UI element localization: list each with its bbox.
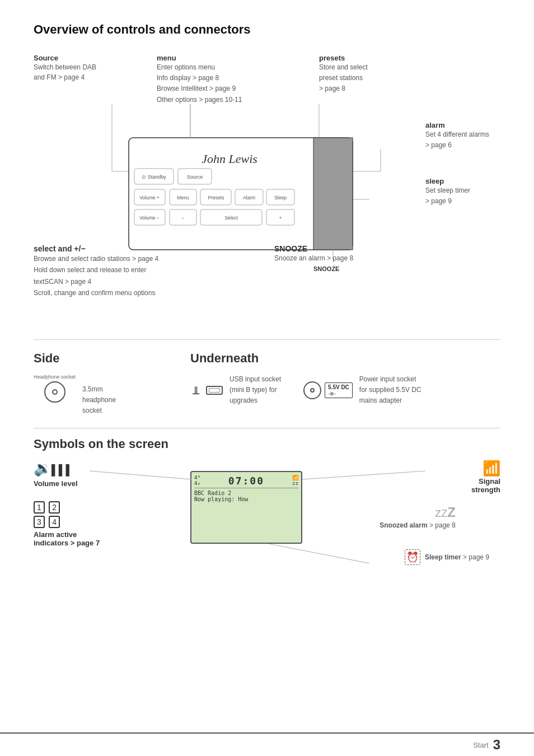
source-label: Source Switch between DABand FM > page 4 [34, 54, 106, 82]
sleep-desc: Set sleep timer> page 9 [425, 185, 470, 207]
svg-text:+: + [279, 215, 282, 221]
svg-text:Volume +: Volume + [139, 195, 160, 200]
svg-text:Volume −: Volume − [139, 215, 160, 221]
usb-port-icon [206, 386, 223, 395]
alarm-heading: alarm [425, 121, 489, 129]
side-section: Side Headphone socket 3.5mmheadphonesock… [34, 351, 146, 417]
signal-icon: 📶 [471, 460, 500, 477]
svg-text:Alarm: Alarm [243, 195, 255, 200]
headphone-small-label: Headphone socket [34, 374, 76, 380]
source-desc: Switch between DABand FM > page 4 [34, 62, 106, 82]
menu-heading: menu [157, 54, 246, 62]
sleep-heading: sleep [425, 177, 470, 185]
alarm-indicators-icon: 1 2 3 4 [34, 499, 100, 528]
alarm-label: alarm Set 4 different alarms> page 6 [425, 121, 489, 151]
usb-label: USB input socket(mini B type) forupgrade… [229, 374, 281, 407]
svg-text:Source: Source [187, 174, 203, 180]
select-heading: select and +/− [34, 244, 190, 253]
signal-symbol: 📶 Signalstrength [471, 460, 500, 494]
source-heading: Source [34, 54, 106, 62]
alarm-desc: Set 4 different alarms> page 6 [425, 129, 489, 151]
snooze-label: Snoozed alarm > page 8 [380, 521, 456, 529]
page-number: 3 [493, 737, 500, 753]
svg-text:Presets: Presets [208, 195, 224, 200]
symbols-section: Symbols on the screen 🔉▌▌▌ Volume level … [34, 428, 500, 583]
sleep-timer-icon: ⏰ [405, 549, 420, 565]
power-socket-icon [303, 381, 321, 399]
voltage-badge: 5.5V DC-⊕- [325, 382, 353, 398]
svg-rect-8 [313, 138, 353, 250]
svg-text:Sleep: Sleep [274, 195, 287, 200]
page-title: Overview of controls and connectors [34, 22, 500, 37]
headphone-item: Headphone socket 3.5mmheadphonesocket [34, 374, 146, 417]
usb-plug-icon: ⫫ [190, 383, 203, 398]
svg-line-37 [302, 471, 425, 479]
svg-text:John Lewis: John Lewis [202, 152, 257, 166]
sleep-label: sleep Set sleep timer> page 9 [425, 177, 470, 207]
power-icons: 5.5V DC-⊕- [303, 381, 353, 399]
snooze-symbol: zZZ Snoozed alarm > page 8 [380, 505, 456, 529]
select-desc: Browse and select radio stations > page … [34, 253, 190, 299]
underneath-section: Underneath ⫫ USB input socket(mini B typ… [190, 351, 500, 417]
volume-label: Volume level [34, 479, 78, 488]
svg-text:Menu: Menu [177, 195, 189, 200]
svg-text:⊙ Standby: ⊙ Standby [142, 174, 166, 180]
power-item: 5.5V DC-⊕- Power input socketfor supplie… [303, 374, 421, 407]
hardware-section: Side Headphone socket 3.5mmheadphonesock… [34, 339, 500, 417]
svg-line-38 [269, 544, 369, 563]
footer: Start 3 [0, 732, 534, 756]
headphone-label: 3.5mmheadphonesocket [82, 384, 116, 417]
power-label: Power input socketfor supplied 5.5V DCma… [359, 374, 421, 407]
overview-section: Source Switch between DABand FM > page 4… [34, 54, 500, 323]
device-diagram: John Lewis ⊙ Standby Source Volume + Men… [78, 82, 414, 272]
svg-text:SNOOZE: SNOOZE [313, 265, 339, 272]
underneath-items: ⫫ USB input socket(mini B type) forupgra… [190, 374, 500, 407]
headphone-icon [44, 381, 65, 403]
snooze-desc: Snooze an alarm > page 8 [274, 253, 386, 264]
underneath-heading: Underneath [190, 351, 500, 366]
sleep-timer-symbol: ⏰ Sleep timer > page 9 [405, 549, 489, 565]
side-heading: Side [34, 351, 146, 366]
alarm-indicators-label: Alarm activeindicators > page 7 [34, 530, 100, 547]
alarm-indicators-symbol: 1 2 3 4 Alarm activeindicators > page 7 [34, 499, 100, 547]
presets-heading: presets [319, 54, 392, 62]
volume-icon: 🔉▌▌▌ [34, 460, 78, 477]
snooze-icon: zZZ [380, 505, 456, 520]
snooze-heading: SNOOZE [274, 244, 386, 253]
signal-label: Signalstrength [471, 477, 500, 494]
sleep-timer-label: Sleep timer > page 9 [425, 553, 489, 561]
svg-text:−: − [182, 215, 185, 221]
usb-icons: ⫫ [190, 383, 223, 398]
svg-text:Select: Select [224, 215, 238, 221]
snooze-label: SNOOZE Snooze an alarm > page 8 [274, 244, 386, 264]
select-label: select and +/− Browse and select radio s… [34, 244, 190, 299]
symbols-heading: Symbols on the screen [34, 437, 500, 451]
symbols-area: 🔉▌▌▌ Volume level 1 2 3 4 Alarm activein… [34, 460, 500, 583]
footer-text: Start [473, 741, 488, 749]
volume-symbol: 🔉▌▌▌ Volume level [34, 460, 78, 488]
svg-line-36 [90, 471, 191, 479]
screen-display: 4⁴4₄ 07:00 📶zz BBC Radio 2 Now playing: … [190, 471, 302, 544]
usb-item: ⫫ USB input socket(mini B type) forupgra… [190, 374, 281, 407]
